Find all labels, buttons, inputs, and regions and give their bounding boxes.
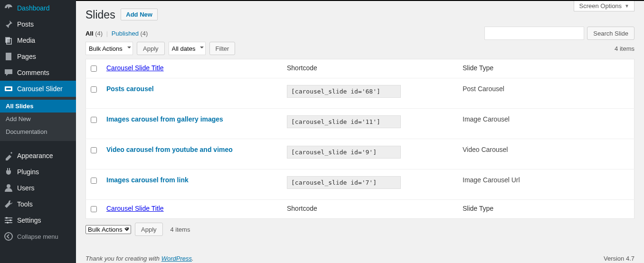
screen-options-button[interactable]: Screen Options ▼ <box>574 1 635 11</box>
footer-version: Version 4.7 <box>604 255 635 262</box>
sidebar-item-label: Users <box>17 184 35 192</box>
svg-point-11 <box>7 222 9 224</box>
sidebar-item-label: Media <box>17 37 35 44</box>
apply-button-top[interactable]: Apply <box>137 42 165 55</box>
tools-icon <box>4 199 13 209</box>
row-checkbox[interactable] <box>91 147 97 153</box>
sidebar-item-label: Pages <box>17 53 36 60</box>
sidebar-subitem-all-slides[interactable]: All Slides <box>0 100 76 113</box>
row-slide-type: Post Carousel <box>458 78 635 109</box>
row-shortcode[interactable]: [carousel_slide id='7'] <box>287 176 401 189</box>
sidebar-item-label: Appearance <box>17 152 53 160</box>
filter-all-count: (4) <box>95 30 103 37</box>
row-slide-type: Image Carousel <box>458 109 635 139</box>
row-title-link[interactable]: Video carousel from youtube and vimeo <box>106 146 233 153</box>
svg-point-10 <box>9 219 11 221</box>
column-type-header: Slide Type <box>458 59 635 78</box>
row-shortcode[interactable]: [carousel_slide id='68'] <box>287 85 401 98</box>
filter-published-count: (4) <box>141 30 148 37</box>
pin-icon <box>4 19 13 29</box>
sidebar-item-label: Comments <box>17 69 49 76</box>
collapse-icon <box>4 232 13 241</box>
items-count-top: 4 items <box>615 45 635 52</box>
table-row: Video carousel from youtube and vimeo[ca… <box>86 139 635 169</box>
tablenav-top: Bulk Actions Apply All dates Filter 4 it… <box>85 42 635 55</box>
bulk-actions-select-top[interactable]: Bulk Actions <box>85 42 133 55</box>
sidebar-item-comments[interactable]: Comments <box>0 65 76 81</box>
column-type-footer: Slide Type <box>458 200 635 219</box>
search-button[interactable]: Search Slide <box>587 27 635 40</box>
plugins-icon <box>4 167 13 177</box>
sidebar-item-tools[interactable]: Tools <box>0 196 76 212</box>
bulk-actions-select-bottom[interactable]: Bulk Actions <box>85 225 131 234</box>
items-count-bottom: 4 items <box>170 226 190 233</box>
footer-thankyou-prefix: Thank you for creating with <box>85 255 161 262</box>
svg-rect-2 <box>6 53 11 60</box>
sidebar-item-users[interactable]: Users <box>0 180 76 196</box>
row-shortcode[interactable]: [carousel_slide id='11'] <box>287 115 401 128</box>
row-slide-type: Image Carousel Url <box>458 169 635 200</box>
pages-icon <box>4 52 13 61</box>
slider-icon <box>4 84 13 94</box>
comments-icon <box>4 68 13 77</box>
row-shortcode[interactable]: [carousel_slide id='9'] <box>287 146 401 159</box>
chevron-down-icon: ▼ <box>625 3 629 9</box>
select-all-bottom[interactable] <box>91 206 97 212</box>
column-title-header[interactable]: Carousel Slide Title <box>106 64 164 72</box>
row-title-link[interactable]: Posts carousel <box>106 85 154 93</box>
footer: Thank you for creating with WordPress. V… <box>85 255 635 262</box>
sidebar-item-label: Settings <box>17 216 41 224</box>
row-title-link[interactable]: Images carousel from gallery images <box>106 115 223 123</box>
screen-options-label: Screen Options <box>579 2 622 9</box>
sidebar-item-label: Plugins <box>17 168 39 176</box>
sidebar-item-plugins[interactable]: Plugins <box>0 164 76 180</box>
sidebar-item-carousel-slider[interactable]: Carousel Slider <box>0 81 76 97</box>
collapse-menu-button[interactable]: Collapse menu <box>0 228 76 244</box>
sidebar-subitem-documentation[interactable]: Documentation <box>0 125 76 138</box>
date-filter-select[interactable]: All dates <box>169 42 206 55</box>
filter-all-link[interactable]: All <box>85 30 94 37</box>
column-shortcode-header: Shortcode <box>282 59 458 78</box>
column-shortcode-footer: Shortcode <box>282 200 458 219</box>
column-title-footer[interactable]: Carousel Slide Title <box>106 205 164 212</box>
row-checkbox[interactable] <box>91 178 97 184</box>
table-row: Images carousel from gallery images[caro… <box>86 109 635 139</box>
search-box: Search Slide <box>484 27 635 40</box>
apply-button-bottom[interactable]: Apply <box>135 223 163 236</box>
row-checkbox[interactable] <box>91 117 97 123</box>
admin-sidebar: DashboardPostsMediaPagesCommentsCarousel… <box>0 0 76 263</box>
sidebar-subitem-add-new[interactable]: Add New <box>0 113 76 125</box>
row-checkbox[interactable] <box>91 86 97 93</box>
footer-wordpress-link[interactable]: WordPress <box>161 255 192 262</box>
svg-point-9 <box>6 217 8 219</box>
sidebar-item-pages[interactable]: Pages <box>0 48 76 65</box>
users-icon <box>4 183 13 193</box>
sidebar-item-settings[interactable]: Settings <box>0 212 76 228</box>
row-slide-type: Video Carousel <box>458 139 635 169</box>
slides-table: Carousel Slide Title Shortcode Slide Typ… <box>85 59 635 219</box>
svg-point-12 <box>5 233 12 240</box>
media-icon <box>4 36 13 45</box>
sidebar-item-label: Posts <box>17 20 34 28</box>
row-title-link[interactable]: Images carousel from link <box>106 176 189 184</box>
select-all-top[interactable] <box>91 66 97 72</box>
sidebar-item-label: Tools <box>17 200 33 208</box>
search-input[interactable] <box>484 27 584 40</box>
add-new-button[interactable]: Add New <box>121 9 158 20</box>
sidebar-item-dashboard[interactable]: Dashboard <box>0 0 76 16</box>
sidebar-item-label: Carousel Slider <box>17 85 63 93</box>
filter-published-link[interactable]: Published <box>112 30 139 37</box>
sidebar-item-posts[interactable]: Posts <box>0 16 76 32</box>
settings-icon <box>4 216 13 225</box>
dashboard-icon <box>4 3 13 13</box>
sidebar-item-appearance[interactable]: Appearance <box>0 148 76 164</box>
svg-rect-0 <box>5 37 10 43</box>
sidebar-item-media[interactable]: Media <box>0 32 76 48</box>
filter-button[interactable]: Filter <box>209 42 236 55</box>
main-content: Screen Options ▼ Slides Add New All (4) … <box>76 0 644 263</box>
tablenav-bottom: Bulk Actions Apply 4 items <box>85 223 635 236</box>
svg-rect-4 <box>6 88 11 90</box>
sidebar-item-label: Dashboard <box>17 4 50 12</box>
svg-point-5 <box>7 184 10 188</box>
footer-thankyou-suffix: . <box>192 255 194 262</box>
